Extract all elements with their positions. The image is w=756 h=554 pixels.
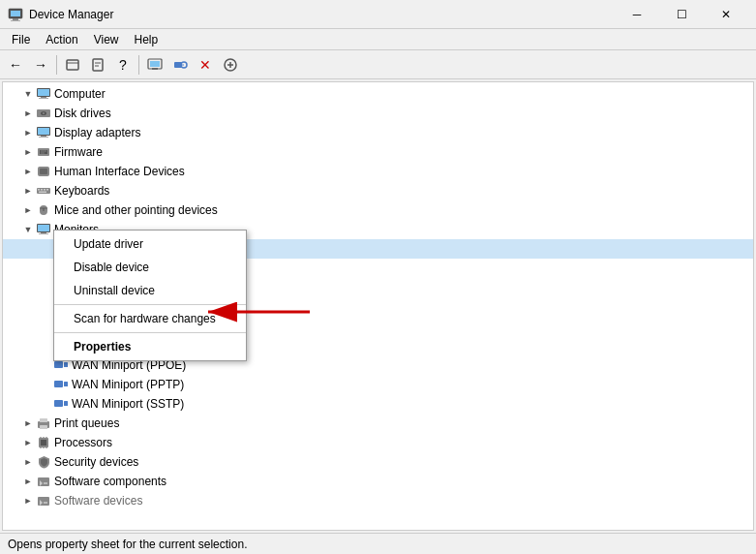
tree-item-softcomp[interactable]: ► Software components bbox=[3, 472, 753, 491]
menu-action[interactable]: Action bbox=[38, 31, 85, 48]
expand-keyboards[interactable]: ► bbox=[20, 183, 36, 199]
ctx-disable-device[interactable]: Disable device bbox=[54, 256, 246, 279]
menu-view[interactable]: View bbox=[86, 31, 127, 48]
tree-label-security: Security devices bbox=[54, 455, 138, 469]
firmware-icon bbox=[36, 144, 51, 160]
svg-rect-66 bbox=[64, 401, 68, 406]
svg-rect-27 bbox=[41, 136, 46, 137]
svg-rect-30 bbox=[40, 150, 47, 154]
expand-computer[interactable]: ▼ bbox=[20, 86, 36, 102]
help-button[interactable]: ? bbox=[111, 53, 135, 77]
disk-icon bbox=[36, 106, 51, 121]
expand-net5[interactable] bbox=[38, 319, 53, 334]
add-button[interactable] bbox=[219, 53, 242, 77]
computer-icon bbox=[36, 86, 51, 102]
minimize-button[interactable]: ─ bbox=[615, 0, 659, 29]
forward-button[interactable]: → bbox=[29, 53, 52, 77]
svg-rect-40 bbox=[39, 192, 46, 194]
ctx-separator-2 bbox=[54, 332, 246, 333]
main-area: ▼ Computer ► Disk drives ► Display adapt… bbox=[0, 79, 756, 533]
expand-net2[interactable] bbox=[38, 261, 53, 276]
svg-rect-68 bbox=[40, 418, 47, 422]
svg-rect-71 bbox=[41, 440, 46, 446]
app-icon bbox=[8, 7, 23, 22]
svg-rect-61 bbox=[54, 361, 63, 368]
back-button[interactable]: ← bbox=[4, 53, 27, 77]
keyboard-icon bbox=[36, 183, 51, 199]
status-bar: Opens property sheet for the current sel… bbox=[0, 533, 756, 554]
expand-wan-ppoe[interactable] bbox=[38, 357, 53, 373]
svg-rect-10 bbox=[150, 61, 160, 67]
tree-item-keyboards[interactable]: ► Keyboards bbox=[3, 181, 753, 200]
expand-disk[interactable]: ► bbox=[20, 106, 36, 121]
svg-rect-37 bbox=[41, 189, 43, 191]
expand-print[interactable]: ► bbox=[20, 416, 36, 431]
tree-item-softdev[interactable]: ► Software devices bbox=[3, 491, 753, 510]
close-button[interactable]: ✕ bbox=[704, 0, 748, 29]
tree-label-mice: Mice and other pointing devices bbox=[54, 203, 218, 217]
toolbar: ← → ? ✕ bbox=[0, 50, 756, 79]
svg-rect-65 bbox=[54, 400, 63, 407]
svg-rect-19 bbox=[38, 89, 49, 96]
expand-net3[interactable] bbox=[38, 280, 53, 295]
svg-point-24 bbox=[43, 112, 45, 114]
tree-item-print[interactable]: ► Print queues bbox=[3, 414, 753, 433]
display-button[interactable] bbox=[143, 53, 166, 77]
tree-item-mice[interactable]: ► Mice and other pointing devices bbox=[3, 200, 753, 220]
tree-item-firmware[interactable]: ► Firmware bbox=[3, 142, 753, 162]
expand-firmware[interactable]: ► bbox=[20, 144, 36, 160]
expand-wan-pptp[interactable] bbox=[38, 377, 53, 392]
expand-net6[interactable] bbox=[38, 338, 53, 354]
security-icon bbox=[36, 454, 51, 470]
svg-rect-35 bbox=[37, 188, 50, 194]
monitors-icon bbox=[36, 222, 51, 237]
tree-item-hid[interactable]: ► Human Interface Devices bbox=[3, 162, 753, 181]
svg-rect-69 bbox=[40, 425, 47, 429]
expand-mice[interactable]: ► bbox=[20, 202, 36, 218]
expand-softdev[interactable]: ► bbox=[20, 493, 36, 508]
expand-security[interactable]: ► bbox=[20, 454, 36, 470]
ctx-properties[interactable]: Properties bbox=[54, 335, 246, 358]
ctx-separator-1 bbox=[54, 304, 246, 305]
maximize-button[interactable]: ☐ bbox=[659, 0, 704, 29]
tree-item-wan-sstp[interactable]: WAN Miniport (SSTP) bbox=[3, 394, 753, 414]
menu-file[interactable]: File bbox=[4, 31, 38, 48]
remove-button[interactable]: ✕ bbox=[194, 53, 217, 77]
svg-rect-47 bbox=[39, 233, 48, 234]
svg-rect-2 bbox=[13, 18, 18, 20]
tree-item-computer[interactable]: ▼ Computer bbox=[3, 84, 753, 104]
expand-monitors[interactable]: ▼ bbox=[20, 222, 36, 237]
softdev-icon bbox=[36, 493, 51, 508]
tree-label-print: Print queues bbox=[54, 416, 119, 430]
network-button[interactable] bbox=[168, 53, 192, 77]
ctx-update-driver[interactable]: Update driver bbox=[54, 232, 246, 256]
svg-rect-21 bbox=[39, 98, 48, 99]
expand-wan-sstp[interactable] bbox=[38, 396, 53, 412]
svg-rect-26 bbox=[38, 128, 49, 135]
expand-display[interactable]: ► bbox=[20, 125, 36, 140]
tree-label-hid: Human Interface Devices bbox=[54, 165, 185, 178]
ctx-scan-hardware[interactable]: Scan for hardware changes bbox=[54, 307, 246, 330]
menu-help[interactable]: Help bbox=[127, 31, 166, 48]
svg-rect-63 bbox=[54, 381, 63, 387]
tree-label-computer: Computer bbox=[54, 87, 106, 101]
tree-item-processors[interactable]: ► Processors bbox=[3, 433, 753, 452]
expand-processors[interactable]: ► bbox=[20, 435, 36, 450]
svg-rect-46 bbox=[41, 232, 46, 233]
ctx-uninstall-device[interactable]: Uninstall device bbox=[54, 279, 246, 302]
title-bar: Device Manager ─ ☐ ✕ bbox=[0, 0, 756, 29]
svg-rect-6 bbox=[93, 59, 103, 71]
show-hidden-button[interactable] bbox=[61, 53, 84, 77]
tree-item-disk[interactable]: ► Disk drives bbox=[3, 104, 753, 123]
expand-net1[interactable] bbox=[38, 241, 53, 257]
softcomp-icon bbox=[36, 474, 51, 489]
properties-button[interactable] bbox=[86, 53, 109, 77]
expand-hid[interactable]: ► bbox=[20, 164, 36, 179]
svg-rect-4 bbox=[67, 60, 78, 70]
hid-icon bbox=[36, 164, 51, 179]
expand-softcomp[interactable]: ► bbox=[20, 474, 36, 489]
tree-item-security[interactable]: ► Security devices bbox=[3, 452, 753, 472]
tree-item-wan-pptp[interactable]: WAN Miniport (PPTP) bbox=[3, 375, 753, 394]
tree-item-display[interactable]: ► Display adapters bbox=[3, 123, 753, 142]
expand-net4[interactable] bbox=[38, 299, 53, 315]
